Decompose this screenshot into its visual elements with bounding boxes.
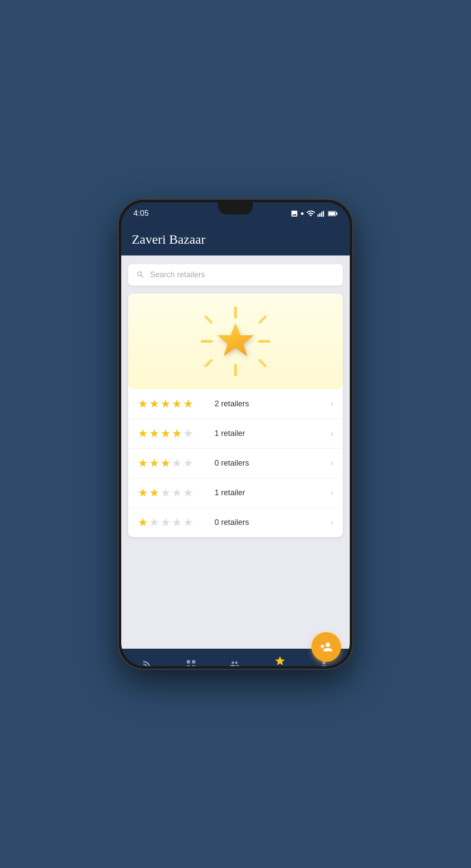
dot-icon <box>301 212 304 215</box>
stars-5: ★ ★ ★ ★ ★ <box>138 397 208 411</box>
status-icons <box>290 210 338 218</box>
chevron-1: › <box>331 518 333 527</box>
rating-rows: ★ ★ ★ ★ ★ 2 retailers › <box>128 389 343 537</box>
nav-item-contacts[interactable] <box>213 655 258 666</box>
search-placeholder: Search retailers <box>150 270 205 279</box>
contacts-icon <box>229 659 242 666</box>
svg-rect-10 <box>201 340 213 343</box>
phone-inner: 4:05 <box>121 202 350 666</box>
stars-2: ★ ★ ★ ★ ★ <box>138 486 208 500</box>
add-person-icon <box>320 640 333 654</box>
svg-rect-3 <box>321 212 322 217</box>
photo-icon <box>290 210 298 218</box>
rating-row-4[interactable]: ★ ★ ★ ★ ★ 1 retailer › <box>128 419 343 449</box>
retailer-count-2: 1 retailer <box>215 488 331 497</box>
add-retailer-fab[interactable] <box>311 632 341 662</box>
rating-row-5[interactable]: ★ ★ ★ ★ ★ 2 retailers › <box>128 389 343 419</box>
signal-icon <box>317 210 325 217</box>
retailer-count-3: 0 retailers <box>215 459 331 468</box>
svg-rect-2 <box>319 213 321 217</box>
star-3: ★ <box>160 397 171 411</box>
page-title: Zaveri Bazaar <box>132 232 339 247</box>
app-header: Zaveri Bazaar <box>121 225 350 255</box>
star-1: ★ <box>138 397 148 411</box>
rss-icon <box>141 659 153 666</box>
stars-3: ★ ★ ★ ★ ★ <box>138 456 208 470</box>
grid-icon <box>185 659 197 666</box>
retailer-count-5: 2 retailers <box>215 399 331 408</box>
svg-rect-11 <box>258 340 270 343</box>
svg-rect-4 <box>323 211 324 217</box>
status-time: 4:05 <box>133 209 149 218</box>
svg-rect-14 <box>204 358 213 368</box>
svg-rect-15 <box>258 358 267 368</box>
wifi-icon <box>306 210 315 217</box>
svg-marker-16 <box>217 323 254 356</box>
svg-point-0 <box>301 212 304 215</box>
retailer-count-1: 0 retailers <box>215 518 331 527</box>
chevron-5: › <box>331 399 333 408</box>
hero-star-svg <box>214 320 257 363</box>
chevron-3: › <box>331 459 333 468</box>
chevron-2: › <box>331 488 333 497</box>
nav-item-grid[interactable] <box>169 655 214 666</box>
svg-rect-6 <box>336 212 338 214</box>
search-bar[interactable]: Search retailers <box>128 264 343 286</box>
svg-rect-8 <box>234 306 237 319</box>
svg-rect-12 <box>204 315 213 324</box>
retailer-count-4: 1 retailer <box>215 429 331 438</box>
rating-row-2[interactable]: ★ ★ ★ ★ ★ 1 retailer › <box>128 478 343 508</box>
star-nav-icon <box>274 655 286 666</box>
rating-row-3[interactable]: ★ ★ ★ ★ ★ 0 retailers › <box>128 449 343 478</box>
star-4: ★ <box>172 397 182 411</box>
ratings-card: ★ ★ ★ ★ ★ 2 retailers › <box>128 293 343 537</box>
svg-rect-1 <box>317 214 319 216</box>
chevron-4: › <box>331 429 333 438</box>
svg-rect-7 <box>328 212 335 215</box>
phone-frame: 4:05 <box>118 199 353 670</box>
rating-row-1[interactable]: ★ ★ ★ ★ ★ 0 retailers › <box>128 508 343 537</box>
nav-item-feed[interactable] <box>125 655 169 666</box>
rating-banner <box>128 293 343 389</box>
hero-star <box>196 302 275 381</box>
nav-item-ratings[interactable]: Ratings <box>258 652 302 666</box>
battery-icon <box>328 211 338 217</box>
star-5: ★ <box>183 397 193 411</box>
svg-rect-13 <box>258 315 267 324</box>
content-area: Search retailers <box>121 255 350 649</box>
svg-rect-9 <box>234 364 237 376</box>
star-2: ★ <box>149 397 159 411</box>
phone-body: Search retailers <box>121 255 350 666</box>
status-bar: 4:05 <box>121 202 350 225</box>
notch <box>218 202 253 214</box>
stars-4: ★ ★ ★ ★ ★ <box>138 427 208 440</box>
stars-1: ★ ★ ★ ★ ★ <box>138 516 208 529</box>
search-icon <box>136 270 145 279</box>
